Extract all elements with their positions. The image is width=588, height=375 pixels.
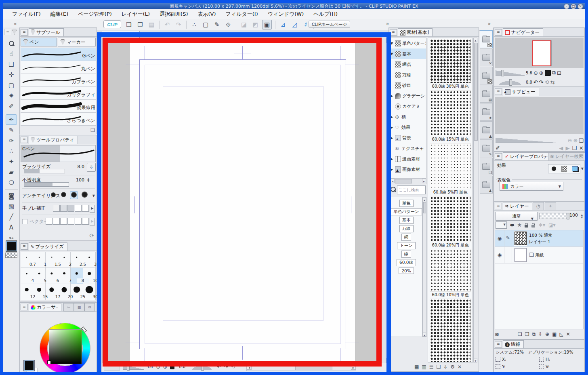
subview-open-icon[interactable]: ❒ (572, 145, 577, 151)
subtool-item[interactable]: 丸ペン (21, 61, 96, 74)
brush-size-cell[interactable]: 20 (58, 284, 71, 300)
material-tree-item[interactable]: ▶ 柄 (391, 112, 426, 122)
tool-property-menu-icon[interactable]: ≡ (21, 137, 28, 143)
navigator-zoom-out-icon[interactable]: ⊖ (533, 70, 538, 76)
subtool-item[interactable]: Gペン (21, 48, 96, 61)
navigator-rotate-ccw-icon[interactable]: ↶ (533, 79, 538, 85)
menu-item[interactable]: ページ管理(P) (73, 10, 117, 19)
toolbar-icon[interactable]: ▣ (262, 20, 272, 29)
material-tab[interactable]: 素材[基本] (398, 28, 433, 36)
subtool-item[interactable]: カリグラフィ (21, 87, 96, 100)
subview-zoom-in-icon[interactable]: ⊕ (573, 137, 578, 143)
color-mixing-tab[interactable]: ⧉ (84, 303, 95, 312)
tool-button[interactable]: A (6, 222, 17, 233)
tool-button[interactable]: ✎ (6, 125, 17, 135)
material-item[interactable]: 60.0線 30%円 単色 (428, 39, 472, 89)
layer-visibility-icon[interactable]: ◉ (495, 236, 504, 241)
new-subtool-icon[interactable]: ❏ (90, 127, 95, 133)
brush-size-cell[interactable]: 3 (83, 252, 96, 268)
rotate-slider[interactable] (189, 364, 215, 370)
reset-tool-property-icon[interactable]: ⟳ (89, 232, 94, 239)
fit-screen-icon[interactable] (170, 365, 174, 369)
layer-command-icon[interactable]: ⧉ (532, 331, 536, 337)
anti-alias-middle[interactable] (70, 191, 78, 199)
tool-button[interactable]: ✒ (6, 114, 17, 125)
toolbar-icon[interactable]: ◪ (239, 20, 248, 29)
layer-row[interactable]: ◉ ✎ 100 % 通常 レイヤー 1 (495, 230, 583, 247)
toolbar-icon[interactable] (159, 21, 160, 29)
sv-square[interactable] (49, 329, 82, 364)
blend-mode-dropdown[interactable]: 通常▼ (496, 212, 538, 221)
window-control-button[interactable]: ▢ (571, 4, 576, 9)
brush-size-cell[interactable]: 15 (33, 284, 46, 300)
brush-size-cell[interactable]: 10 (83, 268, 96, 284)
subview-zoom-out-icon[interactable]: ⊖ (568, 137, 572, 143)
effect-border-button[interactable] (549, 165, 559, 173)
clip-to-layer-icon[interactable]: ⬬ (510, 222, 514, 228)
tool-button[interactable]: ╱ (6, 212, 17, 222)
material-tree-item[interactable]: ▼ 単色パターン (391, 38, 426, 48)
tag-scrollbar[interactable]: ▲ ▼ (422, 197, 427, 337)
material-scrollbar[interactable]: ▲ ▼ (473, 38, 478, 362)
toolbar-icon[interactable]: ↶ (163, 20, 172, 29)
subview-eyedropper-icon[interactable]: ✐ (496, 145, 500, 151)
material-bottom-icon[interactable]: ✕ (458, 364, 462, 370)
color-menu-icon[interactable]: ≡ (21, 304, 28, 310)
tool-button[interactable]: ✐ (6, 101, 17, 112)
material-tag[interactable]: 単色 (399, 200, 414, 207)
reference-layer-icon[interactable]: ✭ (517, 222, 521, 228)
menu-item[interactable]: ヘルプ(H) (309, 10, 342, 19)
material-menu-icon[interactable]: ≡ (390, 29, 397, 36)
stabilization-level[interactable] (67, 205, 74, 212)
layer-search-tab[interactable]: ≋レイヤー検索 (548, 152, 587, 160)
anti-alias-weak[interactable] (59, 192, 67, 200)
material-item[interactable]: 60.0線 10%円 単色 (428, 249, 472, 298)
material-tag[interactable]: 基本 (399, 217, 414, 224)
color-slider-tab[interactable]: ≔ (63, 303, 74, 312)
material-tag[interactable]: トーン (397, 242, 416, 249)
anti-alias-dropdown[interactable]: ▼ (92, 194, 95, 198)
rotate-ccw-icon[interactable]: ↶ (217, 364, 221, 370)
stabilization-level[interactable] (75, 205, 82, 212)
toolbar-icon[interactable]: ✎ (212, 20, 221, 29)
brush-size-cell[interactable]: 8 (71, 268, 83, 284)
toolbar-icon[interactable]: ▤ (147, 20, 156, 29)
brush-size-cell[interactable]: 7 (58, 268, 71, 284)
opacity-stepper[interactable]: ▲▼ (87, 177, 89, 182)
material-bottom-icon[interactable]: ▦ (414, 364, 419, 370)
info-menu-icon[interactable]: ≡ (495, 341, 502, 348)
layer-tab[interactable]: ≋レイヤー (503, 202, 532, 210)
tool-button[interactable]: ✛ (6, 70, 17, 80)
rotate-cw-icon[interactable]: ↷ (224, 364, 228, 370)
navigator-reset-icon[interactable]: ⟲ (545, 79, 549, 85)
zoom-slider[interactable] (123, 364, 144, 370)
tool-button[interactable] (5, 189, 18, 190)
expression-color-dropdown[interactable]: カラー ▼ (500, 182, 563, 191)
tool-button[interactable]: ☝ (6, 48, 17, 59)
material-item[interactable] (428, 299, 472, 362)
menu-item[interactable]: フィルター(I) (221, 10, 263, 19)
layer-palette-tab2[interactable]: ◔ (533, 202, 544, 210)
layer-command-icon[interactable]: ⇩ (538, 331, 542, 337)
toolbar-icon[interactable] (186, 21, 187, 29)
brush-size-cell[interactable]: 2 (58, 252, 71, 268)
color-picker-icon[interactable] (88, 372, 94, 375)
material-folder-button[interactable]: ✎ (480, 139, 493, 157)
flip-vertical-icon[interactable]: ⊡ (557, 70, 561, 76)
material-tree-item[interactable]: テクスチャ (391, 143, 426, 154)
main-color-swatch[interactable] (6, 241, 17, 251)
material-tag[interactable]: 単色パターン (391, 208, 422, 215)
subtool-group-tab[interactable]: ペン (21, 38, 57, 46)
material-folder-button[interactable]: ♟ (480, 176, 493, 194)
material-tree-item[interactable]: ▶ 効果 (391, 122, 426, 133)
brush-size-cell[interactable]: 17 (46, 284, 58, 300)
layer-command-icon[interactable]: ❏ (518, 331, 522, 337)
collapse-dock-icon[interactable]: » (488, 21, 491, 27)
brush-size-cell[interactable]: 12 (21, 284, 33, 300)
subtool-group-tab[interactable]: マーカー (58, 38, 96, 46)
tool-button[interactable]: ❑ (6, 59, 17, 70)
material-bottom-icon[interactable]: ▥ (422, 364, 426, 370)
material-folder-button[interactable]: ❒ (480, 158, 493, 175)
tool-button[interactable] (5, 113, 18, 113)
navigator-preview[interactable] (495, 38, 584, 68)
